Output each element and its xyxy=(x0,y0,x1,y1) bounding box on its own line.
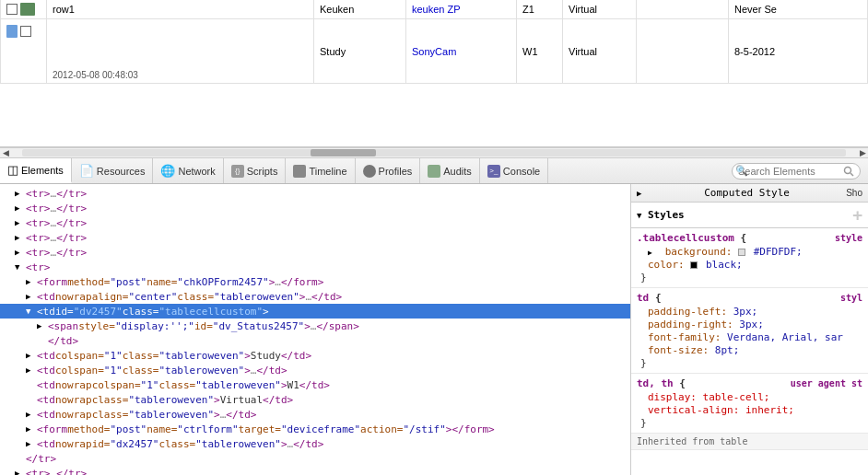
computed-style-label: Computed Style xyxy=(704,187,790,199)
triangle-icon[interactable] xyxy=(15,262,24,272)
triangle-icon[interactable] xyxy=(15,189,24,198)
search-input[interactable] xyxy=(732,163,861,180)
dom-line: <td nowrap class="tableroweven">…</td> xyxy=(0,407,630,422)
computed-style-header: Computed Style Sho xyxy=(631,184,868,203)
dom-line: <tr>…</tr> xyxy=(0,245,630,260)
triangle-icon[interactable] xyxy=(26,307,35,316)
triangle-icon[interactable] xyxy=(15,203,24,213)
tab-profiles[interactable]: Profiles xyxy=(356,158,421,183)
closing-brace: } xyxy=(637,272,862,284)
css-selector: td, th { user agent st xyxy=(637,377,862,389)
triangle-icon[interactable] xyxy=(26,351,35,360)
triangle-icon[interactable] xyxy=(15,218,24,227)
console-icon: >_ xyxy=(487,165,500,178)
triangle-icon[interactable] xyxy=(37,321,46,330)
closing-brace: } xyxy=(637,357,862,369)
tab-profiles-label: Profiles xyxy=(379,166,413,177)
tab-audits[interactable]: Audits xyxy=(420,158,480,183)
triangle-icon[interactable] xyxy=(26,410,35,419)
scrollbar-track[interactable] xyxy=(22,149,846,156)
dom-line: </tr> xyxy=(0,451,630,466)
tab-scripts[interactable]: {} Scripts xyxy=(224,158,287,183)
style-link[interactable]: style xyxy=(835,233,862,243)
add-style-icon[interactable]: + xyxy=(852,205,862,225)
triangle-icon[interactable] xyxy=(26,439,35,448)
type-cell: Virtual xyxy=(563,19,637,84)
tab-console-label: Console xyxy=(503,166,540,177)
dom-line: <td nowrap id="dx2457" class="tablerowev… xyxy=(0,436,630,451)
scrollbar-thumb[interactable] xyxy=(311,149,377,156)
triangle-icon[interactable] xyxy=(15,233,24,242)
dom-line: <tr>…</tr> xyxy=(0,230,630,245)
dom-line: <form method="post" name="chkOPForm2457"… xyxy=(0,274,630,289)
dom-line: <td colspan="1" class="tableroweven">…</… xyxy=(0,363,630,377)
tab-resources[interactable]: 📄 Resources xyxy=(72,158,154,183)
resources-icon: 📄 xyxy=(79,164,94,178)
tab-timeline-label: Timeline xyxy=(309,166,346,177)
hs-output-label: row1 xyxy=(53,4,75,15)
dom-line: <tr>…</tr> xyxy=(0,201,630,215)
dom-line: <td colspan="1" class="tableroweven">Stu… xyxy=(0,348,630,363)
triangle-icon[interactable] xyxy=(15,469,24,475)
dom-line-selected[interactable]: <td id="dv2457" class="tablecellcustom"> xyxy=(0,304,630,319)
scroll-right-arrow[interactable]: ▶ xyxy=(857,148,868,157)
tab-elements-label: Elements xyxy=(21,165,64,176)
type-cell: Virtual xyxy=(563,0,637,19)
dom-line: <td nowrap class="tableroweven">Virtual<… xyxy=(0,392,630,407)
checkbox-icon[interactable] xyxy=(20,26,31,37)
tab-audits-label: Audits xyxy=(443,166,472,177)
network-icon: 🌐 xyxy=(160,164,175,178)
style-link[interactable]: user agent st xyxy=(791,378,862,388)
tab-console[interactable]: >_ Console xyxy=(480,158,548,183)
show-button[interactable]: Sho xyxy=(846,188,862,198)
styles-panel: Computed Style Sho Styles + .tablecellcu… xyxy=(631,184,868,475)
device-link[interactable]: keuken ZP xyxy=(412,4,461,15)
dom-line: <td nowrap align="center" class="tablero… xyxy=(0,289,630,304)
css-rule-td-th: td, th { user agent st display: table-ce… xyxy=(631,374,868,434)
devtools-toolbar: ◫ Elements 📄 Resources 🌐 Network {} Scri… xyxy=(0,158,868,184)
location-cell: Study xyxy=(314,19,406,84)
css-selector: td { styl xyxy=(637,292,862,304)
dom-line: <span style="display:'';" id="dv_Status2… xyxy=(0,319,630,333)
css-prop-font-family: font-family: Verdana, Arial, sar xyxy=(637,331,862,343)
row-icons xyxy=(6,3,41,16)
css-prop-padding-left: padding-left: 3px; xyxy=(637,306,862,318)
dom-line: <form method="post" name="ctrlform" targ… xyxy=(0,422,630,436)
triangle-icon[interactable] xyxy=(26,292,35,301)
device-link[interactable]: SonyCam xyxy=(412,46,456,57)
horizontal-scrollbar[interactable]: ◀ ▶ xyxy=(0,147,868,158)
tab-scripts-label: Scripts xyxy=(247,166,278,177)
extra-date-cell: 8-5-2012 xyxy=(729,19,868,84)
zone-cell: Z1 xyxy=(517,0,563,19)
audits-icon xyxy=(428,165,440,178)
style-link[interactable]: styl xyxy=(840,293,862,303)
styles-triangle[interactable] xyxy=(637,211,646,220)
css-rule-td: td { styl padding-left: 3px; padding-rig… xyxy=(631,288,868,374)
tab-timeline[interactable]: Timeline xyxy=(286,158,355,183)
tab-elements[interactable]: ◫ Elements xyxy=(0,158,72,183)
dom-line: <tr>…</tr> xyxy=(0,215,630,230)
devtools-body: <tr>…</tr> <tr>…</tr> <tr>…</tr> <tr>…</… xyxy=(0,184,868,475)
dom-panel: <tr>…</tr> <tr>…</tr> <tr>…</tr> <tr>…</… xyxy=(0,184,631,475)
styles-header: Styles + xyxy=(631,203,868,228)
date-cell xyxy=(637,19,729,84)
triangle-icon[interactable] xyxy=(26,424,35,434)
triangle-icon[interactable] xyxy=(26,277,35,286)
checkbox-icon[interactable] xyxy=(6,4,18,15)
dom-line: <td nowrap colspan="1" class="tablerowev… xyxy=(0,377,630,392)
date-cell xyxy=(637,0,729,19)
scripts-icon: {} xyxy=(231,165,244,178)
tab-network-label: Network xyxy=(178,166,215,177)
tab-network[interactable]: 🌐 Network xyxy=(153,158,223,183)
dom-line: </td> xyxy=(0,333,630,348)
styles-label: Styles xyxy=(648,209,685,221)
triangle-icon[interactable] xyxy=(15,248,24,257)
computed-style-triangle[interactable] xyxy=(637,189,646,198)
table-row: 2012-05-08 00:48:03 Study SonyCam W1 Vir… xyxy=(1,19,868,84)
prop-triangle[interactable] xyxy=(648,249,657,257)
triangle-icon[interactable] xyxy=(26,365,35,375)
search-icon: 🔍 xyxy=(735,165,748,177)
scroll-left-arrow[interactable]: ◀ xyxy=(0,148,11,157)
extra-cell: Never Se xyxy=(729,0,868,19)
tag-label: <tr> xyxy=(26,188,51,200)
